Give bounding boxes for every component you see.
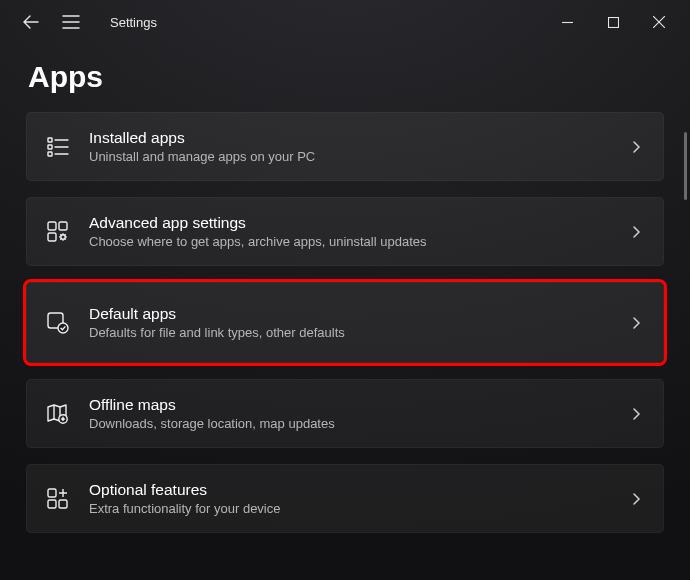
nav-item-installed-apps[interactable]: Installed apps Uninstall and manage apps… (26, 112, 664, 181)
nav-item-advanced-app-settings[interactable]: Advanced app settings Choose where to ge… (26, 197, 664, 266)
scrollbar-thumb[interactable] (684, 132, 687, 200)
offline-maps-icon (45, 401, 71, 427)
titlebar: Settings (0, 0, 690, 44)
svg-rect-2 (48, 145, 52, 149)
svg-rect-4 (48, 222, 56, 230)
minimize-icon (562, 17, 573, 28)
chevron-right-icon (627, 405, 645, 423)
maximize-icon (608, 17, 619, 28)
hamburger-icon (62, 15, 80, 29)
menu-button[interactable] (60, 11, 82, 33)
chevron-right-icon (627, 223, 645, 241)
arrow-left-icon (23, 14, 39, 30)
svg-rect-11 (48, 489, 56, 497)
svg-rect-3 (48, 152, 52, 156)
svg-rect-5 (59, 222, 67, 230)
item-subtitle: Uninstall and manage apps on your PC (89, 149, 609, 164)
item-title: Offline maps (89, 396, 609, 414)
optional-features-icon (45, 486, 71, 512)
item-title: Advanced app settings (89, 214, 609, 232)
item-subtitle: Choose where to get apps, archive apps, … (89, 234, 609, 249)
item-subtitle: Downloads, storage location, map updates (89, 416, 609, 431)
close-button[interactable] (636, 6, 682, 38)
chevron-right-icon (627, 138, 645, 156)
chevron-right-icon (627, 490, 645, 508)
svg-rect-13 (59, 500, 67, 508)
svg-point-9 (58, 323, 68, 333)
svg-rect-12 (48, 500, 56, 508)
nav-item-optional-features[interactable]: Optional features Extra functionality fo… (26, 464, 664, 533)
advanced-settings-icon (45, 219, 71, 245)
item-title: Optional features (89, 481, 609, 499)
svg-point-7 (61, 234, 65, 238)
item-title: Installed apps (89, 129, 609, 147)
item-subtitle: Extra functionality for your device (89, 501, 609, 516)
maximize-button[interactable] (590, 6, 636, 38)
svg-rect-0 (608, 17, 618, 27)
item-subtitle: Defaults for file and link types, other … (89, 325, 609, 340)
minimize-button[interactable] (544, 6, 590, 38)
window-title: Settings (110, 15, 157, 30)
page-title: Apps (0, 44, 690, 112)
svg-rect-6 (48, 233, 56, 241)
default-apps-icon (45, 310, 71, 336)
settings-list: Installed apps Uninstall and manage apps… (0, 112, 690, 533)
nav-item-offline-maps[interactable]: Offline maps Downloads, storage location… (26, 379, 664, 448)
item-title: Default apps (89, 305, 609, 323)
chevron-right-icon (627, 314, 645, 332)
nav-item-default-apps[interactable]: Default apps Defaults for file and link … (26, 282, 664, 363)
close-icon (653, 16, 665, 28)
svg-rect-1 (48, 138, 52, 142)
back-button[interactable] (20, 11, 42, 33)
installed-apps-icon (45, 134, 71, 160)
